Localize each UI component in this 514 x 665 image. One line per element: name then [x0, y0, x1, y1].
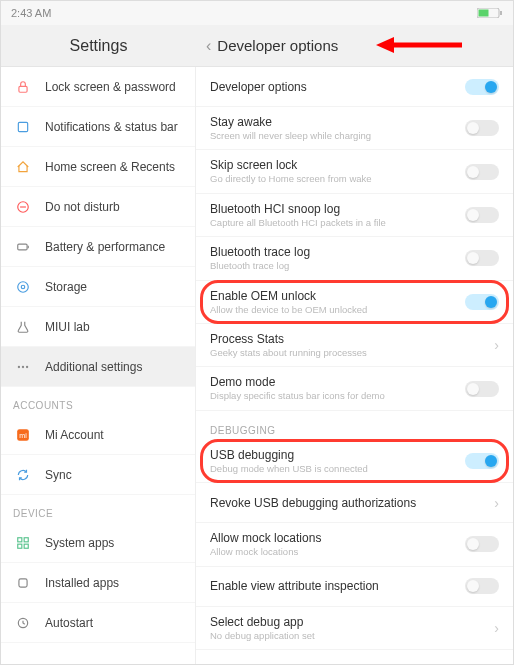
sidebar-item-label: Home screen & Recents	[45, 160, 175, 174]
sidebar-item-main-1[interactable]: Notifications & status bar	[1, 107, 195, 147]
sidebar-item-label: Additional settings	[45, 360, 142, 374]
back-icon[interactable]: ‹	[206, 37, 211, 55]
row-subtitle: Geeky stats about running processes	[210, 347, 486, 358]
toggle-d2[interactable]	[465, 536, 499, 552]
row-d1[interactable]: Revoke USB debugging authorizations›	[196, 483, 513, 523]
header-bar: Settings ‹ Developer options	[1, 25, 513, 67]
sidebar-item-main-6[interactable]: MIUI lab	[1, 307, 195, 347]
svg-rect-2	[500, 11, 502, 15]
row-subtitle: Capture all Bluetooth HCI packets in a f…	[210, 217, 457, 228]
sidebar-item-label: Battery & performance	[45, 240, 165, 254]
sidebar-item-main-0[interactable]: Lock screen & password	[1, 67, 195, 107]
row-m2[interactable]: Skip screen lockGo directly to Home scre…	[196, 150, 513, 193]
storage-icon	[13, 280, 33, 294]
sidebar-item-label: Sync	[45, 468, 72, 482]
svg-point-13	[18, 365, 20, 367]
row-d4[interactable]: Select debug appNo debug application set…	[196, 607, 513, 650]
sidebar-item-label: Notifications & status bar	[45, 120, 178, 134]
toggle-m5[interactable]	[465, 294, 499, 310]
row-m4[interactable]: Bluetooth trace logBluetooth trace log	[196, 237, 513, 280]
sidebar: Lock screen & passwordNotifications & st…	[1, 67, 196, 665]
sidebar-item-main-5[interactable]: Storage	[1, 267, 195, 307]
toggle-m3[interactable]	[465, 207, 499, 223]
chevron-icon: ›	[494, 337, 499, 353]
row-d2[interactable]: Allow mock locationsAllow mock locations	[196, 523, 513, 566]
svg-rect-20	[18, 544, 22, 548]
row-d3[interactable]: Enable view attribute inspection	[196, 567, 513, 607]
app-icon	[13, 576, 33, 590]
sidebar-item-dev-2[interactable]: Autostart	[1, 603, 195, 643]
row-title: Skip screen lock	[210, 158, 457, 172]
sidebar-item-dev-1[interactable]: Installed apps	[1, 563, 195, 603]
row-m5[interactable]: Enable OEM unlockAllow the device to be …	[196, 281, 513, 324]
row-m3[interactable]: Bluetooth HCI snoop logCapture all Bluet…	[196, 194, 513, 237]
row-title: Bluetooth HCI snoop log	[210, 202, 457, 216]
row-title: Enable OEM unlock	[210, 289, 457, 303]
toggle-d0[interactable]	[465, 453, 499, 469]
sidebar-item-label: Mi Account	[45, 428, 104, 442]
row-subtitle: Go directly to Home screen from wake	[210, 173, 457, 184]
sidebar-item-label: Installed apps	[45, 576, 119, 590]
main-panel: Developer optionsStay awakeScreen will n…	[196, 67, 513, 665]
battery-icon	[13, 240, 33, 254]
toggle-m7[interactable]	[465, 381, 499, 397]
row-title: Revoke USB debugging authorizations	[210, 496, 486, 510]
sidebar-item-label: MIUI lab	[45, 320, 90, 334]
grid-icon	[13, 536, 33, 550]
row-m7[interactable]: Demo modeDisplay specific status bar ico…	[196, 367, 513, 410]
status-time: 2:43 AM	[11, 7, 51, 19]
sidebar-item-main-2[interactable]: Home screen & Recents	[1, 147, 195, 187]
settings-title: Settings	[1, 25, 196, 66]
toggle-d3[interactable]	[465, 578, 499, 594]
section-header-device: DEVICE	[1, 495, 195, 523]
row-m6[interactable]: Process StatsGeeky stats about running p…	[196, 324, 513, 367]
toggle-m1[interactable]	[465, 120, 499, 136]
svg-point-15	[26, 365, 28, 367]
svg-text:mi: mi	[19, 431, 27, 438]
status-bar: 2:43 AM	[1, 1, 513, 25]
bell-icon	[13, 120, 33, 134]
toggle-m4[interactable]	[465, 250, 499, 266]
dnd-icon	[13, 200, 33, 214]
page-title-area[interactable]: ‹ Developer options	[196, 25, 513, 66]
chevron-icon: ›	[494, 495, 499, 511]
row-subtitle: Bluetooth trace log	[210, 260, 457, 271]
sync-icon	[13, 468, 33, 482]
row-title: Demo mode	[210, 375, 457, 389]
row-d0[interactable]: USB debuggingDebug mode when USB is conn…	[196, 440, 513, 483]
sidebar-item-acc-1[interactable]: Sync	[1, 455, 195, 495]
lock-icon	[13, 80, 33, 94]
section-header-accounts: ACCOUNTS	[1, 387, 195, 415]
auto-icon	[13, 616, 33, 630]
row-m0[interactable]: Developer options	[196, 67, 513, 107]
svg-rect-19	[24, 537, 28, 541]
row-title: Process Stats	[210, 332, 486, 346]
svg-rect-5	[19, 86, 27, 92]
row-title: Enable view attribute inspection	[210, 579, 457, 593]
row-m1[interactable]: Stay awakeScreen will never sleep while …	[196, 107, 513, 150]
svg-rect-21	[24, 544, 28, 548]
section-header-debugging: DEBUGGING	[196, 411, 513, 440]
page-title: Developer options	[217, 37, 338, 54]
sidebar-item-main-4[interactable]: Battery & performance	[1, 227, 195, 267]
svg-rect-9	[18, 244, 27, 250]
svg-rect-6	[18, 122, 27, 131]
annotation-arrow	[376, 35, 462, 55]
home-icon	[13, 160, 33, 174]
sidebar-item-label: Lock screen & password	[45, 80, 176, 94]
toggle-m2[interactable]	[465, 164, 499, 180]
sidebar-item-main-7[interactable]: Additional settings	[1, 347, 195, 387]
svg-rect-1	[479, 10, 489, 17]
sidebar-item-acc-0[interactable]: miMi Account	[1, 415, 195, 455]
sidebar-item-dev-0[interactable]: System apps	[1, 523, 195, 563]
row-subtitle: Screen will never sleep while charging	[210, 130, 457, 141]
sidebar-item-label: Autostart	[45, 616, 93, 630]
toggle-m0[interactable]	[465, 79, 499, 95]
row-title: Select debug app	[210, 615, 486, 629]
row-subtitle: Display specific status bar icons for de…	[210, 390, 457, 401]
sidebar-item-main-3[interactable]: Do not disturb	[1, 187, 195, 227]
lab-icon	[13, 320, 33, 334]
dots-icon	[13, 360, 33, 374]
svg-marker-4	[376, 37, 394, 53]
svg-point-11	[18, 281, 29, 292]
